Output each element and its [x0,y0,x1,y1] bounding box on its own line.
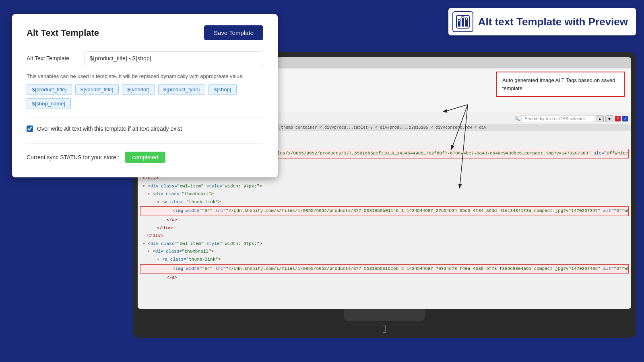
code-line-14: ▿ <a class="thumb-link"> [138,256,631,264]
chart-icon [456,14,470,29]
panel-title: Alt Text Template [27,28,99,38]
header-bar: Alt text Template with Preview [448,8,636,35]
header-title: Alt text Template with Preview [478,16,628,28]
svg-point-6 [465,18,468,20]
svg-point-4 [458,19,460,22]
divider-2 [27,143,263,144]
callout-text: Auto generated Image ALT Tags based on s… [502,77,615,91]
devtools-close-icon[interactable]: ✕ [615,116,621,121]
app-icon-box [452,11,473,32]
variables-description: This variables can be used in template. … [27,73,263,79]
code-line-13: ▿ <div class="thumbnail"> [138,248,631,256]
var-tag-product-title[interactable]: ${product_title} [27,84,72,95]
svg-line-17 [444,105,468,112]
alt-text-field-label: Alt Text Template [27,55,79,62]
svg-rect-2 [462,19,464,27]
monitor-stand [344,309,425,321]
status-row: Current sync STATUS for your store : com… [27,152,263,163]
code-line-10: </div> [138,224,631,232]
devtools-search-down[interactable]: ▼ [605,115,613,122]
alt-text-field-row: Alt Text Template [27,51,263,65]
highlighted-alt-tag-2: <img width="64" src="//cdn.shopify.com/s… [140,206,629,216]
var-tag-variant-title[interactable]: ${variant_title} [75,84,119,95]
highlighted-alt-tag-3: <img width="64" src="//cdn.shopify.com/s… [140,264,629,274]
code-line-12: ▿ <div class="owl-item" style="width: 97… [138,240,631,248]
alt-text-template-input[interactable] [85,51,263,65]
code-line-11: </div> [138,232,631,240]
var-tag-shop-name[interactable]: ${shop_name} [27,98,71,109]
code-line-7: ▿ <div class="thumbnail"> [138,190,631,198]
apple-logo:  [138,323,631,335]
svg-rect-1 [458,22,460,27]
overwrite-checkbox[interactable] [27,125,33,132]
overwrite-checkbox-row: Over write Alt text with this template i… [27,125,263,132]
code-line-6: ▿ <div class="owl-item" style="width: 97… [138,183,631,191]
callout-box: Auto generated Image ALT Tags based on s… [496,72,625,97]
overwrite-checkbox-label: Over write Alt text with this template i… [37,125,182,132]
code-line-15: </a> [138,274,631,282]
status-label: Current sync STATUS for your store : [27,154,120,160]
divider [27,117,263,117]
variables-section: This variables can be used in template. … [27,73,263,109]
code-line-9: </a> [138,216,631,224]
variable-tags-container: ${product_title} ${variant_title} ${vend… [27,84,263,109]
code-line-8: ▿ <a class="thumb-link"> [138,198,631,206]
save-template-button[interactable]: Save Template [204,25,263,40]
var-tag-shop[interactable]: ${shop} [208,84,237,95]
devtools-expand-icon[interactable]: ↗ [622,116,628,121]
devtools-search-area: 🔍 ▲ ▼ ✕ ↗ [514,113,628,124]
status-badge: completed [125,152,166,163]
var-tag-vendor[interactable]: ${vendor} [122,84,155,95]
devtools-search-input[interactable] [522,115,594,122]
devtools-search-up[interactable]: ▲ [596,115,604,122]
search-icon: 🔍 [514,116,520,121]
panel-card: Alt Text Template Save Template Alt Text… [12,14,278,177]
panel-header: Alt Text Template Save Template [27,25,263,40]
svg-rect-3 [465,20,468,27]
var-tag-product-type[interactable]: ${product_type} [158,84,205,95]
svg-point-5 [462,16,464,19]
